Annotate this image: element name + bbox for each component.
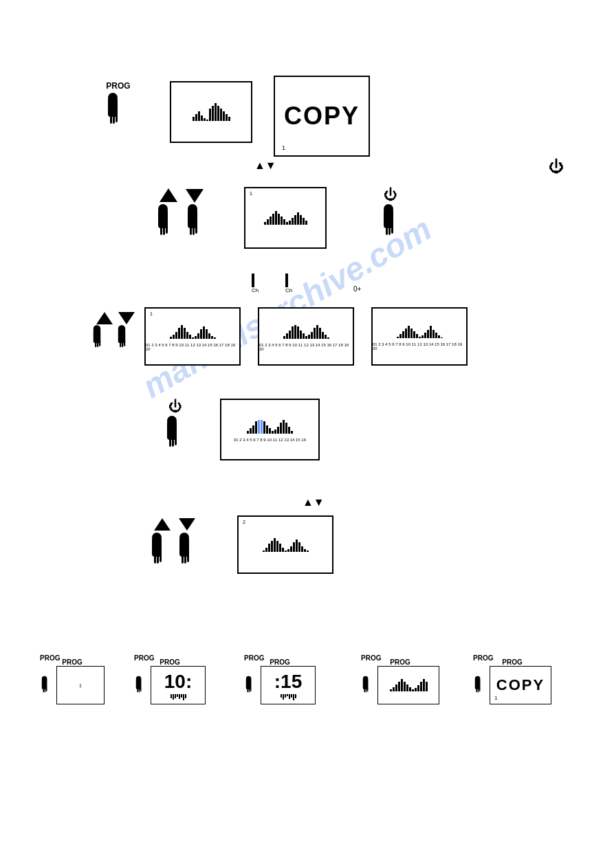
svg-marker-6 [186, 189, 204, 203]
display-box-4a: 1 01 2 3 4 5 6 7 8 9 10 11 [144, 307, 241, 366]
finger-right-4 [116, 324, 136, 353]
seq-copy-label: COPY [496, 676, 545, 694]
svg-rect-59 [139, 688, 140, 693]
svg-rect-15 [193, 225, 195, 235]
seq-display-5: COPY 1 [490, 666, 551, 704]
seq-item-2: PROG 10: [134, 658, 206, 704]
display-box-1 [170, 81, 252, 143]
seq-display-4 [377, 666, 439, 704]
svg-rect-58 [137, 687, 138, 693]
power-finger-5 [164, 415, 191, 452]
svg-rect-69 [366, 688, 367, 693]
bar-display-2 [261, 208, 310, 227]
svg-rect-53 [43, 687, 44, 693]
seq-value-2: 10: [164, 671, 192, 693]
svg-rect-19 [386, 224, 388, 235]
seq-item-5: PROG COPY 1 [473, 658, 551, 704]
prog-touch-1: PROG [105, 81, 132, 126]
seq-item-1: PROG 1 [40, 658, 105, 704]
copy-sub-1: 1 [282, 144, 285, 151]
page-content: manualsarchive.com PROG [0, 0, 614, 868]
display-box-2: 1 [244, 187, 327, 249]
svg-rect-21 [391, 225, 393, 234]
seq-finger-3 [244, 676, 259, 695]
power-symbol-top: ⏻ [549, 158, 564, 175]
svg-rect-63 [247, 687, 248, 693]
arrows-label-2: ▲▼ [254, 159, 276, 172]
seq-finger-5 [473, 676, 488, 695]
svg-rect-31 [120, 340, 121, 348]
seq-display-3: :15 [261, 666, 316, 704]
seq-finger-2 [134, 676, 149, 695]
display-box-4b: 01 2 3 4 5 6 7 8 9 10 11 12 13 14 15 16 … [258, 307, 354, 366]
svg-rect-65 [250, 687, 252, 691]
finger-icon-1 [105, 92, 132, 126]
svg-rect-38 [175, 436, 177, 445]
svg-marker-5 [160, 188, 177, 202]
power-finger-2 [380, 203, 408, 241]
ch-label-2: Ch [285, 287, 292, 293]
finger-left-4 [91, 324, 111, 353]
svg-rect-4 [116, 113, 118, 122]
svg-rect-33 [124, 341, 125, 346]
copy-label-main: COPY [284, 102, 360, 131]
svg-rect-27 [97, 341, 98, 347]
ch-bar-1: Ch [252, 274, 259, 293]
svg-rect-70 [367, 687, 369, 691]
svg-marker-39 [154, 518, 171, 531]
svg-rect-28 [99, 341, 100, 346]
svg-rect-9 [160, 224, 162, 235]
svg-rect-16 [195, 225, 197, 234]
svg-rect-48 [182, 553, 184, 564]
svg-rect-2 [110, 113, 112, 124]
ch-label-1: Ch [252, 287, 259, 293]
svg-rect-64 [249, 688, 250, 693]
svg-rect-36 [169, 436, 171, 447]
svg-rect-37 [172, 437, 174, 447]
power-section5: ⏻ [168, 399, 182, 414]
finger-right-6 [176, 532, 204, 569]
svg-rect-20 [388, 225, 391, 235]
svg-rect-54 [45, 688, 46, 693]
prog-label-1: PROG [106, 81, 130, 91]
svg-marker-22 [96, 312, 113, 324]
bar-display-1 [190, 100, 233, 124]
finger-left-6 [149, 532, 176, 569]
svg-rect-14 [190, 224, 192, 235]
svg-rect-10 [163, 225, 165, 235]
svg-rect-73 [476, 687, 477, 693]
svg-rect-49 [184, 554, 186, 564]
seq-copy-sub: 1 [494, 695, 497, 701]
display-box-4c: 01 2 3 4 5 6 7 8 9 10 11 12 13 14 15 16 … [371, 307, 468, 366]
svg-rect-75 [479, 687, 481, 691]
svg-rect-74 [478, 688, 479, 693]
finger-left-2 [155, 203, 182, 241]
prog-top-1: PROG [40, 654, 60, 662]
seq-display-2: 10: [151, 666, 206, 704]
svg-rect-32 [122, 341, 123, 347]
power-section2: ⏻ [384, 187, 397, 203]
display-box-5: 01 2 3 4 5 6 7 8 9 10 11 12 13 14 15 16 [220, 399, 320, 460]
copy-display-box: COPY 1 [274, 76, 370, 157]
arrows-label-6: ▲▼ [303, 496, 325, 509]
ch-bar-2: Ch [285, 274, 292, 293]
svg-rect-26 [95, 340, 96, 348]
seq-item-4: PROG [361, 658, 439, 704]
seq-finger-1 [40, 676, 55, 695]
finger-right-2 [184, 203, 212, 241]
prog-top-3: PROG [244, 654, 264, 662]
svg-rect-55 [46, 687, 47, 691]
svg-marker-23 [118, 312, 135, 324]
seq-finger-4 [361, 676, 376, 695]
display-box-6: 2 [237, 515, 333, 574]
power-icon-top: ⏻ [549, 158, 564, 176]
prog-top-5: PROG [473, 654, 493, 662]
svg-rect-60 [140, 687, 142, 691]
svg-rect-68 [364, 687, 365, 693]
prog-top-4: PROG [361, 654, 381, 662]
zero-plus: 0+ [353, 282, 361, 294]
svg-marker-40 [179, 518, 195, 531]
svg-rect-43 [154, 553, 156, 564]
prog-top-2: PROG [134, 654, 154, 662]
seq-display-1: 1 [56, 666, 105, 704]
